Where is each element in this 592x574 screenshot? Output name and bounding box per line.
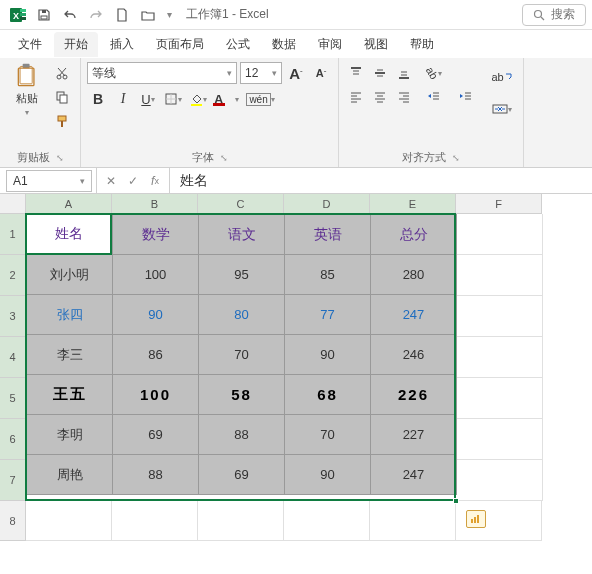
tab-help[interactable]: 帮助 [400,32,444,57]
cell[interactable]: 90 [285,335,371,375]
name-box[interactable]: A1▾ [6,170,92,192]
cell[interactable]: 247 [371,295,457,335]
save-icon[interactable] [32,3,56,27]
new-file-icon[interactable] [110,3,134,27]
wrap-text-button[interactable]: ab [487,62,517,92]
select-all-corner[interactable] [0,194,26,214]
tab-file[interactable]: 文件 [8,32,52,57]
redo-icon[interactable] [84,3,108,27]
cell[interactable] [284,501,370,541]
cell[interactable]: 王五 [27,375,113,415]
cell[interactable]: 90 [285,455,371,495]
cell[interactable]: 姓名 [27,215,113,255]
format-painter-icon[interactable] [50,110,74,132]
cell[interactable]: 227 [371,415,457,455]
search-box[interactable]: 搜索 [522,4,586,26]
borders-button[interactable]: ▾ [162,88,184,110]
enter-formula-icon[interactable]: ✓ [123,171,143,191]
align-bottom-icon[interactable] [393,62,415,84]
worksheet-grid[interactable]: A B C D E F 1 2 3 4 5 6 7 姓名 数学 语文 英语 总分 [0,194,592,541]
col-header-A[interactable]: A [26,194,112,214]
cell[interactable]: 总分 [371,215,457,255]
align-left-icon[interactable] [345,86,367,108]
italic-button[interactable]: I [112,88,134,110]
underline-button[interactable]: U▾ [137,88,159,110]
cell[interactable]: 周艳 [27,455,113,495]
font-name-select[interactable]: 等线▾ [87,62,237,84]
tab-insert[interactable]: 插入 [100,32,144,57]
cell[interactable] [198,501,284,541]
cell[interactable]: 247 [371,455,457,495]
cell[interactable]: 280 [371,255,457,295]
formula-input[interactable]: 姓名 [170,172,592,190]
font-color-button[interactable]: A▾ [212,88,241,110]
cell[interactable] [26,501,112,541]
row-header-8[interactable]: 8 [0,501,26,541]
col-header-E[interactable]: E [370,194,456,214]
row-header-7[interactable]: 7 [0,460,26,501]
font-launcher-icon[interactable]: ⤡ [220,153,228,163]
fill-color-button[interactable]: ▾ [187,88,209,110]
cut-icon[interactable] [50,62,74,84]
cell[interactable]: 77 [285,295,371,335]
col-header-D[interactable]: D [284,194,370,214]
clipboard-launcher-icon[interactable]: ⤡ [56,153,64,163]
cell[interactable]: 246 [371,335,457,375]
cell[interactable]: 100 [113,255,199,295]
cell[interactable]: 95 [199,255,285,295]
cell[interactable]: 85 [285,255,371,295]
cell[interactable]: 70 [285,415,371,455]
row-header-2[interactable]: 2 [0,255,26,296]
copy-icon[interactable] [50,86,74,108]
cell[interactable]: 李三 [27,335,113,375]
cell[interactable]: 70 [199,335,285,375]
paste-button[interactable]: 粘贴 ▾ [8,62,46,118]
increase-indent-icon[interactable] [451,86,481,108]
fx-icon[interactable]: fx [145,171,165,191]
cell[interactable]: 86 [113,335,199,375]
cell[interactable]: 58 [199,375,285,415]
alignment-launcher-icon[interactable]: ⤡ [452,153,460,163]
cell[interactable]: 数学 [113,215,199,255]
tab-view[interactable]: 视图 [354,32,398,57]
cell[interactable]: 80 [199,295,285,335]
col-header-B[interactable]: B [112,194,198,214]
col-header-C[interactable]: C [198,194,284,214]
decrease-font-icon[interactable]: Aˇ [310,62,332,84]
cell[interactable]: 90 [113,295,199,335]
cell[interactable]: 226 [371,375,457,415]
tab-review[interactable]: 审阅 [308,32,352,57]
orientation-button[interactable]: ab▾ [419,62,449,84]
tab-data[interactable]: 数据 [262,32,306,57]
column-F-cells[interactable] [457,214,543,501]
phonetic-guide-button[interactable]: wén▾ [244,88,276,110]
col-header-F[interactable]: F [456,194,542,214]
cell[interactable]: 刘小明 [27,255,113,295]
align-middle-icon[interactable] [369,62,391,84]
open-folder-icon[interactable] [136,3,160,27]
cell[interactable]: 69 [199,455,285,495]
cell[interactable]: 69 [113,415,199,455]
cancel-formula-icon[interactable]: ✕ [101,171,121,191]
tab-formulas[interactable]: 公式 [216,32,260,57]
cell[interactable]: 张四 [27,295,113,335]
cell[interactable]: 李明 [27,415,113,455]
cell[interactable] [112,501,198,541]
cell[interactable]: 语文 [199,215,285,255]
align-right-icon[interactable] [393,86,415,108]
cell[interactable]: 100 [113,375,199,415]
merge-center-button[interactable]: ▾ [487,94,517,124]
font-size-select[interactable]: 12▾ [240,62,282,84]
row-header-4[interactable]: 4 [0,337,26,378]
row-header-5[interactable]: 5 [0,378,26,419]
data-table[interactable]: 姓名 数学 语文 英语 总分 刘小明 100 95 85 280 张四 90 8… [26,214,457,495]
quick-analysis-icon[interactable] [466,510,486,528]
cell[interactable]: 88 [199,415,285,455]
decrease-indent-icon[interactable] [419,86,449,108]
bold-button[interactable]: B [87,88,109,110]
increase-font-icon[interactable]: Aˆ [285,62,307,84]
tab-home[interactable]: 开始 [54,32,98,57]
undo-icon[interactable] [58,3,82,27]
cell[interactable]: 68 [285,375,371,415]
cell[interactable]: 88 [113,455,199,495]
